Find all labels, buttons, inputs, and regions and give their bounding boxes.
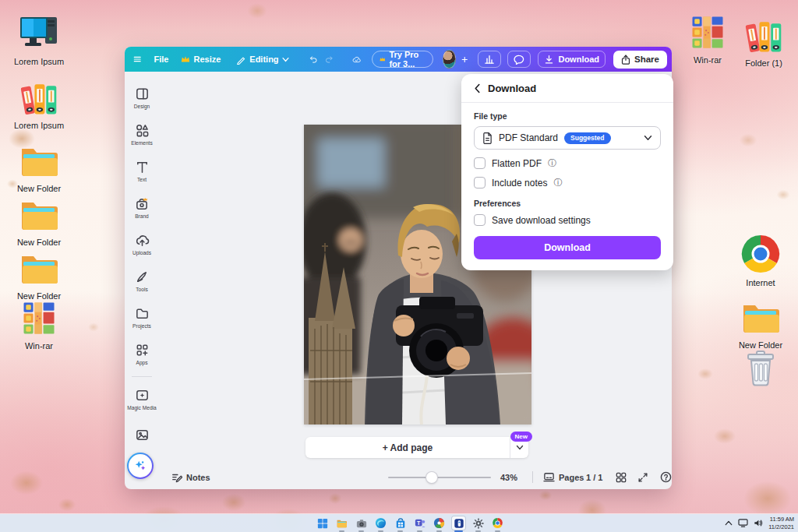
fullscreen-button[interactable] — [637, 465, 648, 489]
uploads-icon — [135, 233, 150, 248]
editing-mode-dropdown[interactable]: Editing — [236, 55, 288, 65]
desktop-icon-new-folder-right[interactable]: New Folder — [728, 294, 793, 350]
winrar-icon — [19, 298, 59, 339]
chevron-down-icon — [644, 135, 652, 141]
insights-button[interactable] — [478, 51, 501, 68]
resize-button[interactable]: Resize — [181, 55, 221, 64]
desktop-icon-binders[interactable]: Lorem Ipsum — [6, 78, 72, 130]
elements-icon — [135, 123, 150, 138]
taskbar-clock[interactable]: 11:59 AM 11/2/2021 — [768, 516, 794, 531]
edge-icon — [375, 517, 387, 529]
sidebar-item-design[interactable]: Design — [125, 79, 159, 116]
file-type-select[interactable]: PDF Standard Suggested — [474, 126, 661, 150]
pencil-icon — [236, 55, 246, 65]
hamburger-menu-icon[interactable] — [133, 53, 142, 65]
folder-icon — [17, 138, 61, 181]
grid-view-button[interactable] — [616, 465, 627, 489]
include-notes-checkbox[interactable] — [474, 177, 486, 188]
download-confirm-button[interactable]: Download — [474, 236, 661, 259]
desktop-icon-recycle-bin[interactable] — [728, 347, 793, 391]
taskbar-edge[interactable] — [374, 516, 387, 530]
magic-media-icon — [135, 388, 150, 403]
grid-view-icon — [616, 472, 627, 483]
speech-bubble-icon — [514, 55, 524, 65]
add-page-dropdown[interactable]: New — [510, 437, 528, 458]
taskbar-settings[interactable] — [471, 516, 485, 530]
desktop-icon-folder-3[interactable]: New Folder — [6, 245, 72, 301]
zoom-slider-thumb[interactable] — [426, 472, 437, 483]
chrome-icon — [492, 517, 503, 529]
taskbar-camera[interactable] — [355, 516, 368, 530]
desktop-icon-computer[interactable]: Lorem Ipsum — [6, 11, 72, 66]
desktop-icon-label: Lorem Ipsum — [14, 121, 64, 130]
redo-icon[interactable] — [325, 53, 334, 65]
active-app-icon — [454, 518, 464, 529]
teams-icon: T — [415, 518, 425, 529]
taskbar-chrome[interactable] — [491, 516, 504, 530]
sidebar-item-photos[interactable] — [125, 417, 159, 454]
back-chevron-icon[interactable] — [474, 83, 481, 93]
save-settings-checkbox[interactable] — [474, 214, 486, 226]
tray-chevron-up-icon[interactable] — [725, 520, 733, 526]
start-button[interactable] — [316, 516, 329, 530]
sidebar-item-magic-media[interactable]: Magic Media — [125, 381, 159, 417]
download-toolbar-button[interactable]: Download — [538, 51, 606, 68]
windows-taskbar: T 11:59 AM 11/2/2021 — [0, 514, 798, 532]
file-menu-button[interactable]: File — [154, 55, 169, 64]
sidebar-item-apps[interactable]: Apps — [125, 336, 159, 372]
sidebar-item-elements[interactable]: Elements — [125, 116, 159, 153]
apps-icon — [135, 343, 150, 358]
sidebar-item-uploads[interactable]: Uploads — [125, 226, 159, 262]
desktop-icon-winrar[interactable]: Win-rar — [6, 298, 72, 351]
camera-icon — [356, 519, 367, 528]
user-avatar[interactable] — [443, 50, 455, 69]
help-button[interactable] — [660, 465, 672, 489]
zoom-percent: 43% — [500, 465, 517, 489]
sidebar-item-brand[interactable]: Brand — [125, 189, 159, 226]
svg-text:T: T — [417, 520, 421, 525]
share-icon — [621, 55, 630, 65]
taskbar-paint[interactable] — [433, 516, 446, 530]
magic-assistant-button[interactable] — [127, 453, 154, 479]
zoom-slider[interactable] — [388, 477, 491, 478]
flatten-pdf-checkbox[interactable] — [474, 157, 486, 169]
info-icon[interactable]: ⓘ — [548, 159, 556, 167]
computer-icon — [17, 11, 61, 55]
folder-icon — [17, 245, 61, 289]
notes-button[interactable]: Notes — [171, 465, 210, 489]
desktop-icon-label: Win-rar — [25, 341, 53, 351]
add-page-button[interactable]: + Add page — [305, 437, 510, 458]
sidebar-item-tools[interactable]: Tools — [125, 262, 159, 299]
desktop-icon-label: Folder (1) — [745, 58, 782, 68]
add-member-icon[interactable] — [461, 55, 468, 65]
taskbar-store[interactable] — [394, 516, 407, 530]
try-pro-button[interactable]: Try Pro for 3... — [372, 51, 434, 68]
desktop-icon-folder1-right[interactable]: Folder (1) — [731, 16, 796, 68]
store-icon — [395, 518, 406, 529]
pdf-file-icon — [482, 132, 493, 144]
expand-icon — [637, 472, 648, 483]
pages-button[interactable]: Pages — [543, 465, 584, 489]
sidebar-divider — [132, 376, 152, 377]
speaker-icon[interactable] — [754, 519, 763, 527]
folder-icon — [739, 294, 782, 338]
taskbar-file-explorer[interactable] — [335, 516, 348, 530]
desktop-icon-folder-1[interactable]: New Folder — [6, 138, 72, 193]
info-icon[interactable]: ⓘ — [553, 178, 562, 187]
desktop-icon-internet[interactable]: Internet — [728, 232, 793, 287]
canva-editor-window: File Resize Editing Try Pro for 3... — [125, 47, 672, 489]
undo-icon[interactable] — [309, 53, 318, 65]
tools-icon — [135, 270, 150, 284]
sidebar-item-text[interactable]: Text — [125, 153, 159, 189]
desktop-icon-folder-2[interactable]: New Folder — [6, 192, 72, 247]
taskbar-active-app[interactable] — [452, 516, 465, 530]
network-icon[interactable] — [738, 519, 748, 527]
clock-date: 11/2/2021 — [768, 523, 794, 531]
comments-button[interactable] — [507, 51, 531, 68]
paint-icon — [433, 517, 445, 529]
share-button[interactable]: Share — [613, 51, 667, 69]
taskbar-teams[interactable]: T — [413, 516, 426, 530]
crown-icon — [181, 55, 190, 63]
help-icon — [660, 471, 672, 483]
sidebar-item-projects[interactable]: Projects — [125, 299, 159, 336]
